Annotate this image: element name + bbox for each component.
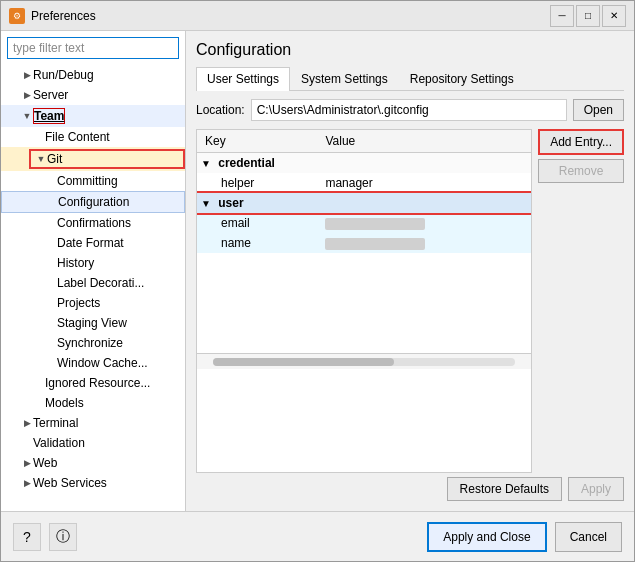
sidebar-item-web[interactable]: ▶ Web [1,453,185,473]
config-buttons: Add Entry... Remove [538,129,624,473]
section-name: user [218,196,243,210]
footer-right: Apply and Close Cancel [427,522,622,552]
sidebar-item-label: History [57,256,94,270]
expand-arrow-icon: ▼ [201,158,211,169]
sidebar-item-history[interactable]: History [1,253,185,273]
window-controls: ─ □ ✕ [550,5,626,27]
blurred-name [325,238,425,250]
sidebar-item-label: Window Cache... [57,356,148,370]
col-key: Key [197,130,317,153]
sidebar-item-terminal[interactable]: ▶ Terminal [1,413,185,433]
key-cell: email [197,213,317,233]
horizontal-scrollbar[interactable] [197,353,531,369]
sidebar-item-label: Ignored Resource... [45,376,150,390]
arrow-icon: ▶ [21,69,33,81]
cancel-button[interactable]: Cancel [555,522,622,552]
maximize-button[interactable]: □ [576,5,600,27]
help-icon: ? [23,529,31,545]
sidebar-item-label: Git [47,152,62,166]
sidebar-item-configuration[interactable]: Configuration [1,191,185,213]
sidebar-item-team[interactable]: ▼ Team [1,105,185,127]
arrow-icon [45,297,57,309]
value-cell [317,213,531,233]
sidebar-item-label: Staging View [57,316,127,330]
key-cell: name [197,233,317,253]
value-cell: manager [317,173,531,193]
minimize-button[interactable]: ─ [550,5,574,27]
table-row [197,253,531,273]
apply-button[interactable]: Apply [568,477,624,501]
apply-close-button[interactable]: Apply and Close [427,522,546,552]
sidebar-item-label: Projects [57,296,100,310]
window-title: Preferences [31,9,550,23]
footer-left: ? ⓘ [13,523,77,551]
table-row [197,333,531,353]
sidebar-item-file-content[interactable]: File Content [1,127,185,147]
table-row [197,313,531,333]
arrow-icon: ▼ [21,110,33,122]
arrow-icon: ▶ [21,89,33,101]
open-button[interactable]: Open [573,99,624,121]
sidebar-item-label: Web Services [33,476,107,490]
table-row [197,293,531,313]
sidebar-item-run-debug[interactable]: ▶ Run/Debug [1,65,185,85]
sidebar-item-validation[interactable]: Validation [1,433,185,453]
sidebar-item-label-decorations[interactable]: Label Decorati... [1,273,185,293]
panel-title: Configuration [196,41,624,59]
sidebar-item-label: File Content [45,130,110,144]
table-row[interactable]: name [197,233,531,253]
location-label: Location: [196,103,245,117]
tab-user-settings[interactable]: User Settings [196,67,290,91]
close-button[interactable]: ✕ [602,5,626,27]
help-button[interactable]: ? [13,523,41,551]
arrow-icon [33,131,45,143]
arrow-icon: ▶ [21,457,33,469]
arrow-icon [45,257,57,269]
sidebar-item-label: Run/Debug [33,68,94,82]
sidebar-item-window-cache[interactable]: Window Cache... [1,353,185,373]
arrow-icon [45,277,57,289]
tab-system-settings[interactable]: System Settings [290,67,399,90]
sidebar-item-label: Validation [33,436,85,450]
sidebar-item-label: Committing [57,174,118,188]
sidebar-item-label: Confirmations [57,216,131,230]
sidebar-item-committing[interactable]: Committing [1,171,185,191]
sidebar-item-staging-view[interactable]: Staging View [1,313,185,333]
table-row[interactable]: email [197,213,531,233]
section-name: credential [218,156,275,170]
sidebar-item-date-format[interactable]: Date Format [1,233,185,253]
right-panel: Configuration User Settings System Setti… [186,31,634,511]
value-cell [317,233,531,253]
sidebar-item-web-services[interactable]: ▶ Web Services [1,473,185,493]
config-table-wrapper: Key Value ▼ credential [196,129,532,473]
sidebar-item-synchronize[interactable]: Synchronize [1,333,185,353]
config-area: Key Value ▼ credential [196,129,624,473]
sidebar-item-label: Models [45,396,84,410]
sidebar-item-models[interactable]: Models [1,393,185,413]
table-row[interactable]: helper manager [197,173,531,193]
sidebar: ▶ Run/Debug ▶ Server ▼ Team [1,31,186,511]
location-input[interactable] [251,99,567,121]
arrow-icon [33,397,45,409]
sidebar-item-label: Synchronize [57,336,123,350]
remove-button[interactable]: Remove [538,159,624,183]
tab-repository-settings[interactable]: Repository Settings [399,67,525,90]
add-entry-button[interactable]: Add Entry... [538,129,624,155]
restore-defaults-button[interactable]: Restore Defaults [447,477,562,501]
info-button[interactable]: ⓘ [49,523,77,551]
sidebar-tree: ▶ Run/Debug ▶ Server ▼ Team [1,65,185,511]
sidebar-item-confirmations[interactable]: Confirmations [1,213,185,233]
table-section-user[interactable]: ▼ user [197,193,531,213]
arrow-icon [45,237,57,249]
arrow-icon [21,437,33,449]
sidebar-item-git[interactable]: ▼ Git [1,147,185,171]
sidebar-item-label: Terminal [33,416,78,430]
table-section-credential[interactable]: ▼ credential [197,153,531,174]
sidebar-item-projects[interactable]: Projects [1,293,185,313]
sidebar-item-server[interactable]: ▶ Server [1,85,185,105]
sidebar-item-ignored-resource[interactable]: Ignored Resource... [1,373,185,393]
footer: ? ⓘ Apply and Close Cancel [1,511,634,561]
search-input[interactable] [7,37,179,59]
arrow-icon [45,217,57,229]
preferences-window: ⚙ Preferences ─ □ ✕ ▶ Run/Debug [0,0,635,562]
